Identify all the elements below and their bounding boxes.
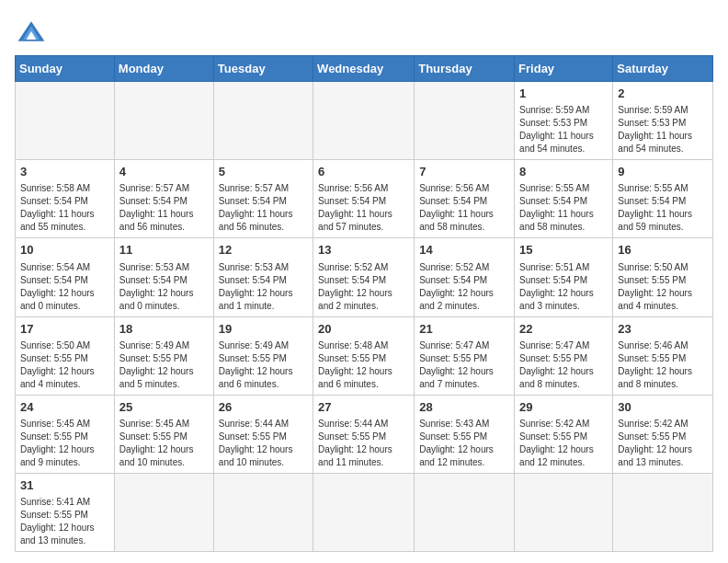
day-number: 10 bbox=[20, 242, 109, 259]
day-info: Sunrise: 5:50 AM Sunset: 5:55 PM Dayligh… bbox=[618, 261, 708, 313]
day-info: Sunrise: 5:41 AM Sunset: 5:55 PM Dayligh… bbox=[20, 496, 109, 547]
calendar-week-row: 24Sunrise: 5:45 AM Sunset: 5:55 PM Dayli… bbox=[16, 395, 713, 473]
day-number: 9 bbox=[618, 164, 708, 180]
weekday-header-friday: Friday bbox=[515, 56, 613, 82]
calendar-cell bbox=[313, 82, 415, 160]
generalblue-logo-icon bbox=[15, 15, 48, 48]
day-number: 16 bbox=[618, 242, 708, 259]
calendar-cell: 28Sunrise: 5:43 AM Sunset: 5:55 PM Dayli… bbox=[415, 395, 515, 473]
day-info: Sunrise: 5:59 AM Sunset: 5:53 PM Dayligh… bbox=[618, 104, 708, 155]
day-info: Sunrise: 5:51 AM Sunset: 5:54 PM Dayligh… bbox=[519, 261, 608, 313]
day-info: Sunrise: 5:48 AM Sunset: 5:55 PM Dayligh… bbox=[318, 339, 409, 391]
calendar-cell: 11Sunrise: 5:53 AM Sunset: 5:54 PM Dayli… bbox=[114, 238, 213, 316]
day-info: Sunrise: 5:46 AM Sunset: 5:55 PM Dayligh… bbox=[618, 339, 708, 391]
day-info: Sunrise: 5:47 AM Sunset: 5:55 PM Dayligh… bbox=[419, 339, 509, 391]
day-number: 6 bbox=[318, 164, 409, 180]
day-info: Sunrise: 5:47 AM Sunset: 5:55 PM Dayligh… bbox=[519, 339, 608, 391]
day-number: 5 bbox=[219, 164, 308, 180]
page-container: SundayMondayTuesdayWednesdayThursdayFrid… bbox=[15, 15, 713, 552]
day-info: Sunrise: 5:57 AM Sunset: 5:54 PM Dayligh… bbox=[119, 182, 209, 234]
day-info: Sunrise: 5:42 AM Sunset: 5:55 PM Dayligh… bbox=[618, 418, 708, 469]
calendar-cell bbox=[613, 473, 713, 551]
day-info: Sunrise: 5:45 AM Sunset: 5:55 PM Dayligh… bbox=[119, 418, 209, 469]
day-number: 27 bbox=[318, 399, 409, 416]
calendar-cell bbox=[415, 473, 515, 551]
day-number: 8 bbox=[519, 164, 608, 180]
calendar-cell: 8Sunrise: 5:55 AM Sunset: 5:54 PM Daylig… bbox=[515, 160, 613, 238]
calendar-cell bbox=[114, 82, 213, 160]
calendar-cell: 19Sunrise: 5:49 AM Sunset: 5:55 PM Dayli… bbox=[213, 316, 313, 395]
calendar-cell: 26Sunrise: 5:44 AM Sunset: 5:55 PM Dayli… bbox=[213, 395, 313, 473]
calendar-cell: 27Sunrise: 5:44 AM Sunset: 5:55 PM Dayli… bbox=[313, 395, 415, 473]
day-number: 21 bbox=[419, 321, 509, 338]
weekday-header-row: SundayMondayTuesdayWednesdayThursdayFrid… bbox=[16, 56, 713, 82]
day-info: Sunrise: 5:54 AM Sunset: 5:54 PM Dayligh… bbox=[20, 261, 109, 313]
day-info: Sunrise: 5:52 AM Sunset: 5:54 PM Dayligh… bbox=[318, 261, 409, 313]
day-number: 11 bbox=[119, 242, 209, 259]
calendar-cell: 25Sunrise: 5:45 AM Sunset: 5:55 PM Dayli… bbox=[114, 395, 213, 473]
day-number: 24 bbox=[20, 399, 109, 416]
weekday-header-sunday: Sunday bbox=[16, 56, 115, 82]
day-info: Sunrise: 5:59 AM Sunset: 5:53 PM Dayligh… bbox=[519, 104, 608, 155]
day-number: 4 bbox=[119, 164, 209, 180]
weekday-header-wednesday: Wednesday bbox=[313, 56, 415, 82]
calendar-week-row: 3Sunrise: 5:58 AM Sunset: 5:54 PM Daylig… bbox=[16, 160, 713, 238]
calendar-cell: 17Sunrise: 5:50 AM Sunset: 5:55 PM Dayli… bbox=[16, 316, 115, 395]
calendar-cell: 15Sunrise: 5:51 AM Sunset: 5:54 PM Dayli… bbox=[515, 238, 613, 316]
calendar-table: SundayMondayTuesdayWednesdayThursdayFrid… bbox=[15, 55, 713, 552]
day-info: Sunrise: 5:56 AM Sunset: 5:54 PM Dayligh… bbox=[419, 182, 509, 234]
calendar-cell: 29Sunrise: 5:42 AM Sunset: 5:55 PM Dayli… bbox=[515, 395, 613, 473]
day-number: 2 bbox=[618, 86, 708, 102]
calendar-cell: 13Sunrise: 5:52 AM Sunset: 5:54 PM Dayli… bbox=[313, 238, 415, 316]
calendar-cell: 23Sunrise: 5:46 AM Sunset: 5:55 PM Dayli… bbox=[613, 316, 713, 395]
weekday-header-monday: Monday bbox=[114, 56, 213, 82]
calendar-cell: 4Sunrise: 5:57 AM Sunset: 5:54 PM Daylig… bbox=[114, 160, 213, 238]
day-number: 15 bbox=[519, 242, 608, 259]
day-info: Sunrise: 5:58 AM Sunset: 5:54 PM Dayligh… bbox=[20, 182, 109, 234]
day-number: 12 bbox=[219, 242, 308, 259]
calendar-cell: 9Sunrise: 5:55 AM Sunset: 5:54 PM Daylig… bbox=[613, 160, 713, 238]
weekday-header-saturday: Saturday bbox=[613, 56, 713, 82]
day-number: 28 bbox=[419, 399, 509, 416]
calendar-week-row: 31Sunrise: 5:41 AM Sunset: 5:55 PM Dayli… bbox=[16, 473, 713, 551]
day-number: 1 bbox=[519, 86, 608, 102]
weekday-header-tuesday: Tuesday bbox=[213, 56, 313, 82]
day-info: Sunrise: 5:43 AM Sunset: 5:55 PM Dayligh… bbox=[419, 418, 509, 469]
day-number: 31 bbox=[20, 477, 109, 494]
calendar-cell bbox=[515, 473, 613, 551]
day-info: Sunrise: 5:52 AM Sunset: 5:54 PM Dayligh… bbox=[419, 261, 509, 313]
calendar-cell bbox=[213, 473, 313, 551]
calendar-cell: 2Sunrise: 5:59 AM Sunset: 5:53 PM Daylig… bbox=[613, 82, 713, 160]
calendar-week-row: 1Sunrise: 5:59 AM Sunset: 5:53 PM Daylig… bbox=[16, 82, 713, 160]
day-number: 25 bbox=[119, 399, 209, 416]
calendar-body: 1Sunrise: 5:59 AM Sunset: 5:53 PM Daylig… bbox=[16, 82, 713, 552]
calendar-cell: 30Sunrise: 5:42 AM Sunset: 5:55 PM Dayli… bbox=[613, 395, 713, 473]
calendar-cell: 12Sunrise: 5:53 AM Sunset: 5:54 PM Dayli… bbox=[213, 238, 313, 316]
day-number: 30 bbox=[618, 399, 708, 416]
day-info: Sunrise: 5:44 AM Sunset: 5:55 PM Dayligh… bbox=[219, 418, 308, 469]
weekday-header-thursday: Thursday bbox=[415, 56, 515, 82]
calendar-cell: 10Sunrise: 5:54 AM Sunset: 5:54 PM Dayli… bbox=[16, 238, 115, 316]
day-number: 17 bbox=[20, 321, 109, 338]
header bbox=[15, 15, 713, 48]
day-info: Sunrise: 5:55 AM Sunset: 5:54 PM Dayligh… bbox=[519, 182, 608, 234]
day-number: 22 bbox=[519, 321, 608, 338]
day-number: 18 bbox=[119, 321, 209, 338]
day-number: 23 bbox=[618, 321, 708, 338]
day-number: 13 bbox=[318, 242, 409, 259]
calendar-cell: 7Sunrise: 5:56 AM Sunset: 5:54 PM Daylig… bbox=[415, 160, 515, 238]
day-number: 20 bbox=[318, 321, 409, 338]
calendar-cell: 18Sunrise: 5:49 AM Sunset: 5:55 PM Dayli… bbox=[114, 316, 213, 395]
calendar-cell bbox=[16, 82, 115, 160]
day-info: Sunrise: 5:56 AM Sunset: 5:54 PM Dayligh… bbox=[318, 182, 409, 234]
calendar-cell bbox=[313, 473, 415, 551]
calendar-header: SundayMondayTuesdayWednesdayThursdayFrid… bbox=[16, 56, 713, 82]
calendar-cell: 1Sunrise: 5:59 AM Sunset: 5:53 PM Daylig… bbox=[515, 82, 613, 160]
day-info: Sunrise: 5:50 AM Sunset: 5:55 PM Dayligh… bbox=[20, 339, 109, 391]
day-info: Sunrise: 5:55 AM Sunset: 5:54 PM Dayligh… bbox=[618, 182, 708, 234]
calendar-cell bbox=[213, 82, 313, 160]
day-number: 26 bbox=[219, 399, 308, 416]
calendar-week-row: 17Sunrise: 5:50 AM Sunset: 5:55 PM Dayli… bbox=[16, 316, 713, 395]
day-number: 7 bbox=[419, 164, 509, 180]
day-info: Sunrise: 5:53 AM Sunset: 5:54 PM Dayligh… bbox=[219, 261, 308, 313]
